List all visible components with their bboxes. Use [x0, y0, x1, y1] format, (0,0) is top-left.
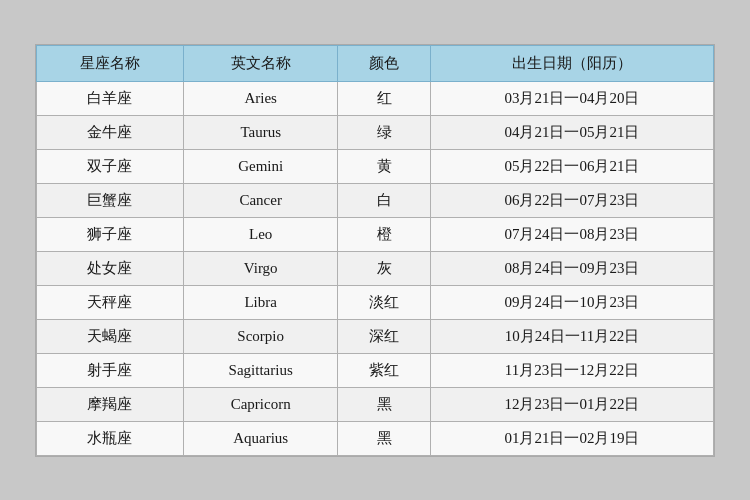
cell-english-name: Virgo [183, 251, 338, 285]
table-row: 巨蟹座Cancer白06月22日一07月23日 [37, 183, 714, 217]
cell-dates: 04月21日一05月21日 [430, 115, 713, 149]
cell-color: 灰 [338, 251, 431, 285]
table-row: 白羊座Aries红03月21日一04月20日 [37, 81, 714, 115]
cell-chinese-name: 天秤座 [37, 285, 184, 319]
table-row: 射手座Sagittarius紫红11月23日一12月22日 [37, 353, 714, 387]
cell-english-name: Cancer [183, 183, 338, 217]
header-color: 颜色 [338, 45, 431, 81]
cell-english-name: Libra [183, 285, 338, 319]
zodiac-table-container: 星座名称 英文名称 颜色 出生日期（阳历） 白羊座Aries红03月21日一04… [35, 44, 715, 457]
header-dates: 出生日期（阳历） [430, 45, 713, 81]
header-chinese-name: 星座名称 [37, 45, 184, 81]
cell-dates: 08月24日一09月23日 [430, 251, 713, 285]
cell-dates: 06月22日一07月23日 [430, 183, 713, 217]
cell-dates: 12月23日一01月22日 [430, 387, 713, 421]
cell-chinese-name: 双子座 [37, 149, 184, 183]
header-english-name: 英文名称 [183, 45, 338, 81]
table-row: 天秤座Libra淡红09月24日一10月23日 [37, 285, 714, 319]
cell-english-name: Leo [183, 217, 338, 251]
cell-color: 白 [338, 183, 431, 217]
cell-dates: 09月24日一10月23日 [430, 285, 713, 319]
cell-color: 紫红 [338, 353, 431, 387]
cell-color: 绿 [338, 115, 431, 149]
table-row: 金牛座Taurus绿04月21日一05月21日 [37, 115, 714, 149]
table-header-row: 星座名称 英文名称 颜色 出生日期（阳历） [37, 45, 714, 81]
cell-chinese-name: 射手座 [37, 353, 184, 387]
table-row: 水瓶座Aquarius黑01月21日一02月19日 [37, 421, 714, 455]
cell-english-name: Taurus [183, 115, 338, 149]
cell-color: 黄 [338, 149, 431, 183]
cell-color: 淡红 [338, 285, 431, 319]
table-body: 白羊座Aries红03月21日一04月20日金牛座Taurus绿04月21日一0… [37, 81, 714, 455]
cell-chinese-name: 白羊座 [37, 81, 184, 115]
table-row: 狮子座Leo橙07月24日一08月23日 [37, 217, 714, 251]
cell-chinese-name: 摩羯座 [37, 387, 184, 421]
cell-color: 黑 [338, 421, 431, 455]
cell-english-name: Gemini [183, 149, 338, 183]
cell-color: 橙 [338, 217, 431, 251]
table-row: 处女座Virgo灰08月24日一09月23日 [37, 251, 714, 285]
cell-color: 红 [338, 81, 431, 115]
cell-dates: 05月22日一06月21日 [430, 149, 713, 183]
cell-dates: 07月24日一08月23日 [430, 217, 713, 251]
cell-color: 黑 [338, 387, 431, 421]
table-row: 天蝎座Scorpio深红10月24日一11月22日 [37, 319, 714, 353]
cell-english-name: Sagittarius [183, 353, 338, 387]
cell-dates: 11月23日一12月22日 [430, 353, 713, 387]
cell-english-name: Aquarius [183, 421, 338, 455]
cell-dates: 01月21日一02月19日 [430, 421, 713, 455]
cell-chinese-name: 巨蟹座 [37, 183, 184, 217]
zodiac-table: 星座名称 英文名称 颜色 出生日期（阳历） 白羊座Aries红03月21日一04… [36, 45, 714, 456]
cell-chinese-name: 处女座 [37, 251, 184, 285]
cell-chinese-name: 天蝎座 [37, 319, 184, 353]
cell-chinese-name: 狮子座 [37, 217, 184, 251]
cell-chinese-name: 金牛座 [37, 115, 184, 149]
cell-dates: 03月21日一04月20日 [430, 81, 713, 115]
cell-english-name: Aries [183, 81, 338, 115]
table-row: 双子座Gemini黄05月22日一06月21日 [37, 149, 714, 183]
cell-chinese-name: 水瓶座 [37, 421, 184, 455]
cell-english-name: Capricorn [183, 387, 338, 421]
cell-english-name: Scorpio [183, 319, 338, 353]
cell-color: 深红 [338, 319, 431, 353]
cell-dates: 10月24日一11月22日 [430, 319, 713, 353]
table-row: 摩羯座Capricorn黑12月23日一01月22日 [37, 387, 714, 421]
